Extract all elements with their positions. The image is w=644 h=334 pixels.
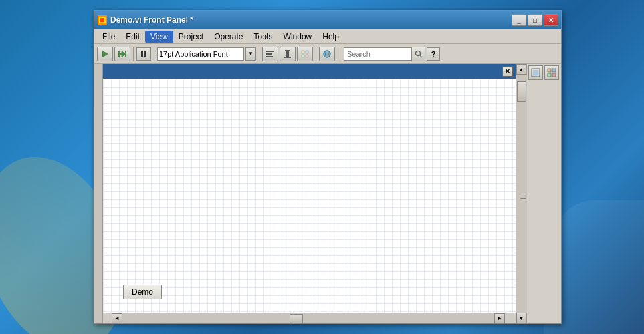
svg-rect-18 bbox=[306, 55, 308, 57]
svg-rect-9 bbox=[266, 51, 274, 52]
network-button[interactable] bbox=[319, 47, 335, 61]
toolbar: ▼ bbox=[94, 44, 561, 64]
toolbar-separator-3 bbox=[259, 47, 259, 61]
svg-rect-7 bbox=[141, 51, 143, 57]
vertical-scroll-track[interactable] bbox=[516, 75, 527, 313]
minimize-button[interactable]: _ bbox=[512, 14, 526, 26]
maximize-button[interactable]: □ bbox=[528, 14, 542, 26]
menu-edit[interactable]: Edit bbox=[120, 31, 145, 43]
left-sidebar bbox=[94, 64, 103, 323]
svg-rect-15 bbox=[302, 51, 304, 53]
toolbar-separator-4 bbox=[316, 47, 316, 61]
right-tools-panel bbox=[526, 64, 561, 323]
svg-marker-3 bbox=[102, 51, 108, 57]
window-title: Demo.vi Front Panel * bbox=[110, 15, 512, 25]
search-button[interactable] bbox=[411, 47, 425, 61]
menu-view[interactable]: View bbox=[145, 31, 173, 43]
svg-rect-10 bbox=[266, 53, 272, 55]
svg-rect-29 bbox=[552, 69, 556, 72]
pause-button[interactable] bbox=[136, 47, 151, 61]
menu-bar: File Edit View Project Operate Tools Win… bbox=[94, 29, 561, 44]
menu-help[interactable]: Help bbox=[317, 31, 344, 43]
vertical-scrollbar: ▲ ▼ bbox=[516, 64, 526, 323]
tool-button-2[interactable] bbox=[544, 65, 559, 80]
svg-point-24 bbox=[415, 51, 420, 55]
svg-marker-4 bbox=[118, 51, 122, 57]
font-selector[interactable] bbox=[157, 47, 244, 61]
scroll-mark bbox=[520, 194, 526, 194]
tool-button-1[interactable] bbox=[528, 65, 543, 80]
close-button[interactable]: ✕ bbox=[544, 14, 558, 26]
title-bar: Demo.vi Front Panel * _ □ ✕ bbox=[94, 11, 561, 29]
labview-window: Demo.vi Front Panel * _ □ ✕ File Edit Vi… bbox=[94, 10, 562, 324]
toolbar-separator-2 bbox=[154, 47, 154, 61]
panel-close-button[interactable]: ✕ bbox=[502, 66, 513, 77]
search-input[interactable] bbox=[344, 50, 411, 58]
text-color-button[interactable] bbox=[297, 47, 313, 61]
menu-window[interactable]: Window bbox=[278, 31, 318, 43]
bottom-scrollbar: ◄ ► bbox=[103, 313, 516, 323]
svg-rect-14 bbox=[284, 57, 291, 58]
menu-tools[interactable]: Tools bbox=[249, 31, 278, 43]
scroll-mark-2 bbox=[520, 198, 526, 199]
grid-lines bbox=[103, 79, 516, 313]
menu-project[interactable]: Project bbox=[173, 31, 209, 43]
svg-rect-13 bbox=[286, 51, 289, 57]
svg-rect-31 bbox=[552, 73, 556, 77]
help-button[interactable]: ? bbox=[427, 47, 440, 61]
text-align-button[interactable] bbox=[262, 47, 278, 61]
title-bar-buttons: _ □ ✕ bbox=[512, 14, 558, 26]
window-icon bbox=[97, 15, 108, 25]
run-button[interactable] bbox=[97, 47, 113, 61]
grid-canvas[interactable]: Demo bbox=[103, 79, 516, 313]
scroll-left-button[interactable]: ◄ bbox=[112, 313, 122, 324]
scroll-down-button[interactable]: ▼ bbox=[516, 313, 527, 323]
svg-marker-5 bbox=[122, 51, 125, 57]
run-continuously-button[interactable] bbox=[114, 47, 130, 61]
svg-rect-27 bbox=[533, 70, 538, 75]
panel-header: ✕ bbox=[103, 64, 516, 79]
svg-rect-17 bbox=[302, 55, 304, 57]
menu-file[interactable]: File bbox=[97, 31, 120, 43]
svg-rect-11 bbox=[266, 56, 273, 57]
svg-rect-16 bbox=[306, 51, 308, 53]
menu-operate[interactable]: Operate bbox=[209, 31, 248, 43]
horizontal-scroll: ◄ ► bbox=[112, 313, 505, 323]
svg-rect-8 bbox=[144, 51, 146, 57]
horizontal-scroll-thumb[interactable] bbox=[290, 314, 303, 323]
bottom-right-corner bbox=[505, 313, 516, 323]
svg-line-25 bbox=[419, 55, 422, 57]
text-size-button[interactable] bbox=[280, 47, 296, 61]
demo-label[interactable]: Demo bbox=[123, 285, 162, 299]
center-panel: ✕ Demo ◄ ► bbox=[103, 64, 516, 323]
main-area: ✕ Demo ◄ ► bbox=[94, 64, 561, 323]
vertical-scroll-thumb[interactable] bbox=[517, 81, 526, 102]
scroll-right-button[interactable]: ► bbox=[494, 313, 505, 324]
svg-rect-12 bbox=[285, 50, 290, 51]
bottom-left-corner bbox=[103, 313, 112, 323]
tool-row-1 bbox=[528, 65, 560, 80]
scroll-up-button[interactable]: ▲ bbox=[516, 64, 527, 75]
toolbar-separator-5 bbox=[338, 47, 338, 61]
search-box bbox=[344, 47, 425, 61]
svg-rect-30 bbox=[548, 73, 551, 77]
horizontal-scroll-track[interactable] bbox=[122, 313, 494, 324]
svg-rect-2 bbox=[100, 18, 104, 22]
font-dropdown-button[interactable]: ▼ bbox=[245, 47, 256, 61]
svg-rect-28 bbox=[548, 69, 551, 72]
svg-rect-6 bbox=[125, 51, 126, 57]
toolbar-separator-1 bbox=[133, 47, 134, 61]
